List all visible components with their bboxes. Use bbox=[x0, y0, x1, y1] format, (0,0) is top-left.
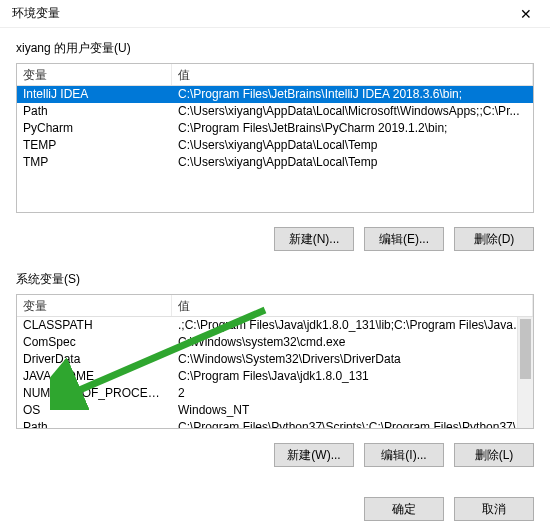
ok-button[interactable]: 确定 bbox=[364, 497, 444, 521]
var-name-cell: Path bbox=[17, 419, 172, 429]
var-value-cell: Windows_NT bbox=[172, 402, 533, 419]
dialog-titlebar: 环境变量 ✕ bbox=[0, 0, 550, 28]
system-section-label: 系统变量(S) bbox=[16, 271, 534, 288]
list-body: CLASSPATH.;C:\Program Files\Java\jdk1.8.… bbox=[17, 317, 533, 429]
system-buttons-row: 新建(W)... 编辑(I)... 删除(L) bbox=[0, 439, 550, 475]
list-body: IntelliJ IDEAC:\Program Files\JetBrains\… bbox=[17, 86, 533, 171]
var-value-cell: 2 bbox=[172, 385, 533, 402]
column-header-value[interactable]: 值 bbox=[172, 64, 533, 85]
var-name-cell: ComSpec bbox=[17, 334, 172, 351]
cancel-button[interactable]: 取消 bbox=[454, 497, 534, 521]
table-row[interactable]: DriverDataC:\Windows\System32\Drivers\Dr… bbox=[17, 351, 533, 368]
var-value-cell: C:\Program Files\JetBrains\IntelliJ IDEA… bbox=[172, 86, 533, 103]
column-header-name[interactable]: 变量 bbox=[17, 295, 172, 316]
user-buttons-row: 新建(N)... 编辑(E)... 删除(D) bbox=[0, 223, 550, 259]
var-value-cell: .;C:\Program Files\Java\jdk1.8.0_131\lib… bbox=[172, 317, 533, 334]
var-value-cell: C:\Program Files\Java\jdk1.8.0_131 bbox=[172, 368, 533, 385]
var-name-cell: NUMBER_OF_PROCESSORS bbox=[17, 385, 172, 402]
table-row[interactable]: CLASSPATH.;C:\Program Files\Java\jdk1.8.… bbox=[17, 317, 533, 334]
table-row[interactable]: PyCharmC:\Program Files\JetBrains\PyChar… bbox=[17, 120, 533, 137]
delete-system-var-button[interactable]: 删除(L) bbox=[454, 443, 534, 467]
system-variables-list[interactable]: 变量 值 CLASSPATH.;C:\Program Files\Java\jd… bbox=[16, 294, 534, 429]
var-name-cell: PyCharm bbox=[17, 120, 172, 137]
var-value-cell: C:\Users\xiyang\AppData\Local\Temp bbox=[172, 137, 533, 154]
dialog-title: 环境变量 bbox=[12, 5, 60, 22]
var-name-cell: IntelliJ IDEA bbox=[17, 86, 172, 103]
table-row[interactable]: ComSpecC:\Windows\system32\cmd.exe bbox=[17, 334, 533, 351]
table-row[interactable]: TMPC:\Users\xiyang\AppData\Local\Temp bbox=[17, 154, 533, 171]
delete-user-var-button[interactable]: 删除(D) bbox=[454, 227, 534, 251]
var-name-cell: TMP bbox=[17, 154, 172, 171]
table-row[interactable]: JAVA_HOMEC:\Program Files\Java\jdk1.8.0_… bbox=[17, 368, 533, 385]
var-value-cell: C:\Program Files\JetBrains\PyCharm 2019.… bbox=[172, 120, 533, 137]
list-header: 变量 值 bbox=[17, 295, 533, 317]
var-value-cell: C:\Windows\system32\cmd.exe bbox=[172, 334, 533, 351]
new-system-var-button[interactable]: 新建(W)... bbox=[274, 443, 354, 467]
dialog-buttons: 确定 取消 bbox=[364, 497, 534, 521]
var-name-cell: Path bbox=[17, 103, 172, 120]
table-row[interactable]: OSWindows_NT bbox=[17, 402, 533, 419]
user-variables-section: xiyang 的用户变量(U) 变量 值 IntelliJ IDEAC:\Pro… bbox=[0, 28, 550, 223]
table-row[interactable]: NUMBER_OF_PROCESSORS2 bbox=[17, 385, 533, 402]
var-name-cell: TEMP bbox=[17, 137, 172, 154]
edit-system-var-button[interactable]: 编辑(I)... bbox=[364, 443, 444, 467]
table-row[interactable]: TEMPC:\Users\xiyang\AppData\Local\Temp bbox=[17, 137, 533, 154]
table-row[interactable]: PathC:\Users\xiyang\AppData\Local\Micros… bbox=[17, 103, 533, 120]
scrollbar-thumb[interactable] bbox=[520, 319, 531, 379]
user-variables-list[interactable]: 变量 值 IntelliJ IDEAC:\Program Files\JetBr… bbox=[16, 63, 534, 213]
var-name-cell: CLASSPATH bbox=[17, 317, 172, 334]
column-header-name[interactable]: 变量 bbox=[17, 64, 172, 85]
system-variables-section: 系统变量(S) 变量 值 CLASSPATH.;C:\Program Files… bbox=[0, 259, 550, 439]
table-row[interactable]: IntelliJ IDEAC:\Program Files\JetBrains\… bbox=[17, 86, 533, 103]
var-name-cell: JAVA_HOME bbox=[17, 368, 172, 385]
var-name-cell: DriverData bbox=[17, 351, 172, 368]
new-user-var-button[interactable]: 新建(N)... bbox=[274, 227, 354, 251]
edit-user-var-button[interactable]: 编辑(E)... bbox=[364, 227, 444, 251]
list-header: 变量 值 bbox=[17, 64, 533, 86]
user-section-label: xiyang 的用户变量(U) bbox=[16, 40, 534, 57]
var-value-cell: C:\Users\xiyang\AppData\Local\Microsoft\… bbox=[172, 103, 533, 120]
scrollbar[interactable] bbox=[517, 317, 533, 428]
var-value-cell: C:\Program Files\Python37\Scripts\;C:\Pr… bbox=[172, 419, 533, 429]
close-icon[interactable]: ✕ bbox=[510, 6, 542, 22]
var-value-cell: C:\Users\xiyang\AppData\Local\Temp bbox=[172, 154, 533, 171]
var-name-cell: OS bbox=[17, 402, 172, 419]
table-row[interactable]: PathC:\Program Files\Python37\Scripts\;C… bbox=[17, 419, 533, 429]
column-header-value[interactable]: 值 bbox=[172, 295, 533, 316]
var-value-cell: C:\Windows\System32\Drivers\DriverData bbox=[172, 351, 533, 368]
